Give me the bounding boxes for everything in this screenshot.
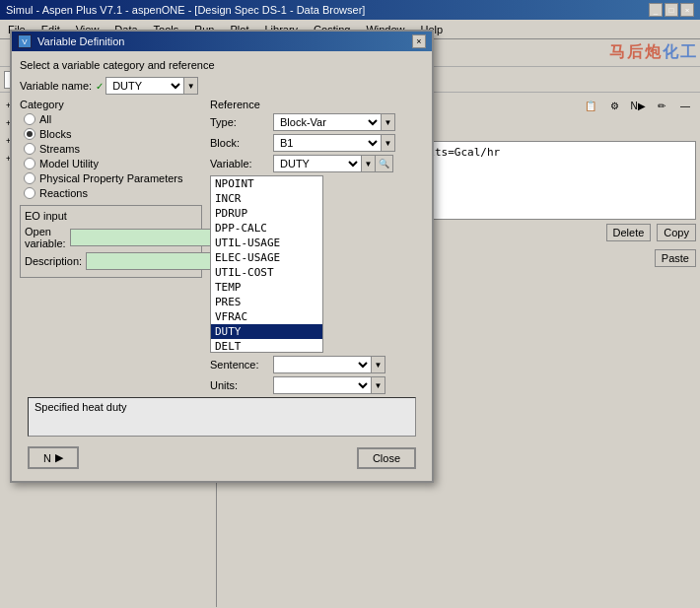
variable-name-select[interactable]: DUTY — [105, 77, 184, 95]
status-text: Specified heat duty — [35, 401, 127, 413]
dialog-title-left: V Variable Definition — [18, 34, 124, 48]
units-arrow[interactable]: ▼ — [372, 376, 385, 394]
listbox-item-util-cost[interactable]: UTIL-COST — [211, 265, 322, 280]
radio-blocks-label: Blocks — [39, 128, 71, 140]
variable-definition-dialog: V Variable Definition × Select a variabl… — [10, 30, 434, 483]
listbox-item-pdrup[interactable]: PDRUP — [211, 206, 322, 221]
variable-name-arrow[interactable]: ▼ — [184, 77, 198, 95]
open-var-input[interactable] — [70, 229, 212, 246]
units-row: Units: ▼ — [210, 376, 424, 394]
open-var-label: Open variable: — [25, 226, 66, 249]
block-select-wrapper: B1 ▼ — [273, 134, 395, 152]
type-label: Type: — [210, 116, 269, 128]
next-icon: N — [43, 452, 51, 464]
category-label: Category — [20, 99, 202, 110]
dialog-two-col: Category All Blocks Streams — [20, 99, 424, 397]
open-var-row: Open variable: — [25, 226, 197, 249]
sentence-label: Sentence: — [210, 359, 269, 371]
radio-reactions-label: Reactions — [39, 187, 88, 199]
listbox-item-pres[interactable]: PRES — [211, 295, 322, 309]
units-select[interactable] — [273, 376, 372, 394]
variable-listbox-container: NPOINT INCR PDRUP DPP-CALC UTIL-USAGE EL… — [210, 175, 424, 353]
desc-input[interactable] — [86, 252, 228, 270]
sentence-select[interactable] — [273, 356, 372, 373]
eo-section: EO input Open variable: Description: — [20, 205, 202, 278]
block-select[interactable]: B1 — [273, 134, 382, 152]
dialog-title-bar: V Variable Definition × — [12, 32, 432, 51]
next-arrow-icon: ▶ — [55, 451, 63, 464]
dialog-close-button[interactable]: × — [412, 34, 426, 48]
units-select-wrapper: ▼ — [273, 376, 385, 394]
block-arrow[interactable]: ▼ — [382, 134, 395, 152]
var-icon-button[interactable]: 🔍 — [376, 155, 393, 172]
desc-label: Description: — [25, 255, 82, 267]
variable-listbox[interactable]: NPOINT INCR PDRUP DPP-CALC UTIL-USAGE EL… — [210, 175, 323, 353]
units-label: Units: — [210, 379, 269, 391]
check-mark-icon: ✓ — [96, 81, 104, 92]
radio-streams-circle[interactable] — [24, 143, 35, 155]
listbox-item-incr[interactable]: INCR — [211, 191, 322, 206]
listbox-item-temp[interactable]: TEMP — [211, 280, 322, 295]
sentence-arrow[interactable]: ▼ — [372, 356, 385, 373]
dialog-next-button[interactable]: N ▶ — [28, 446, 79, 469]
radio-reactions-circle[interactable] — [24, 187, 35, 199]
radio-all[interactable]: All — [24, 113, 202, 125]
radio-phys-label: Physical Property Parameters — [39, 172, 183, 184]
var-arrow[interactable]: ▼ — [362, 155, 376, 172]
radio-all-label: All — [39, 113, 51, 125]
radio-blocks-circle[interactable] — [24, 128, 35, 140]
listbox-item-vfrac[interactable]: VFRAC — [211, 309, 322, 324]
type-row: Type: Block-Var ▼ — [210, 113, 424, 131]
eo-label: EO input — [25, 210, 197, 222]
dialog-status: Specified heat duty — [28, 397, 416, 437]
listbox-item-util-usage[interactable]: UTIL-USAGE — [211, 236, 322, 250]
dialog-close-action-button[interactable]: Close — [357, 447, 416, 469]
radio-reactions[interactable]: Reactions — [24, 187, 202, 199]
sentence-select-wrapper: ▼ — [273, 356, 385, 373]
radio-model-utility[interactable]: Model Utility — [24, 158, 202, 169]
dialog-body: Select a variable category and reference… — [12, 51, 432, 481]
category-section: Category All Blocks Streams — [20, 99, 202, 397]
dialog-overlay: V Variable Definition × Select a variabl… — [0, 0, 700, 608]
block-label: Block: — [210, 137, 269, 149]
var-label: Variable: — [210, 158, 269, 169]
desc-row: Description: — [25, 252, 197, 270]
dialog-subtitle: Select a variable category and reference — [20, 59, 424, 71]
listbox-item-dpp-calc[interactable]: DPP-CALC — [211, 221, 322, 236]
reference-section: Reference Type: Block-Var ▼ Block — [210, 99, 424, 397]
sentence-row: Sentence: ▼ — [210, 356, 424, 373]
listbox-item-delt[interactable]: DELT — [211, 339, 322, 353]
radio-model-label: Model Utility — [39, 158, 99, 169]
radio-streams[interactable]: Streams — [24, 143, 202, 155]
radio-group: All Blocks Streams Model Utility — [24, 113, 202, 199]
type-select-wrapper: Block-Var ▼ — [273, 113, 395, 131]
radio-model-circle[interactable] — [24, 158, 35, 169]
block-row: Block: B1 ▼ — [210, 134, 424, 152]
listbox-item-duty[interactable]: DUTY — [211, 324, 322, 339]
type-select[interactable]: Block-Var — [273, 113, 382, 131]
dialog-icon: V — [18, 34, 32, 48]
radio-phys-circle[interactable] — [24, 172, 35, 184]
listbox-item-elec-usage[interactable]: ELEC-USAGE — [211, 250, 322, 265]
listbox-item-npoint[interactable]: NPOINT — [211, 176, 322, 191]
type-arrow[interactable]: ▼ — [382, 113, 395, 131]
var-select-wrapper: DUTY ▼ 🔍 — [273, 155, 393, 172]
dialog-bottom-buttons: N ▶ Close — [20, 442, 424, 473]
reference-label: Reference — [210, 99, 424, 110]
radio-phys-prop[interactable]: Physical Property Parameters — [24, 172, 202, 184]
dialog-title-text: Variable Definition — [37, 35, 124, 47]
var-select[interactable]: DUTY — [273, 155, 362, 172]
variable-name-row: Variable name: ✓ DUTY ▼ — [20, 77, 424, 95]
radio-all-circle[interactable] — [24, 113, 35, 125]
variable-name-label: Variable name: — [20, 80, 92, 92]
radio-streams-label: Streams — [39, 143, 80, 155]
radio-blocks[interactable]: Blocks — [24, 128, 202, 140]
variable-row: Variable: DUTY ▼ 🔍 — [210, 155, 424, 172]
